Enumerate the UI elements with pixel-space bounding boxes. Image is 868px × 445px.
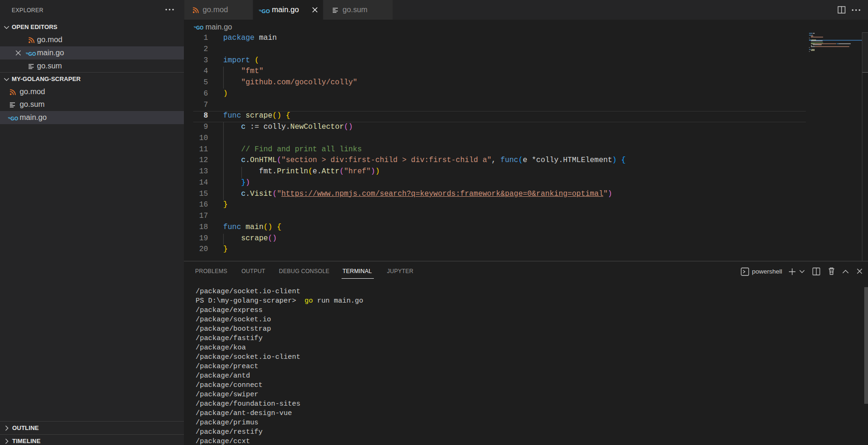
svg-text:GO: GO [29,51,36,57]
svg-text:GO: GO [262,8,270,14]
svg-text:GO: GO [196,25,204,30]
svg-text:GO: GO [11,116,18,121]
